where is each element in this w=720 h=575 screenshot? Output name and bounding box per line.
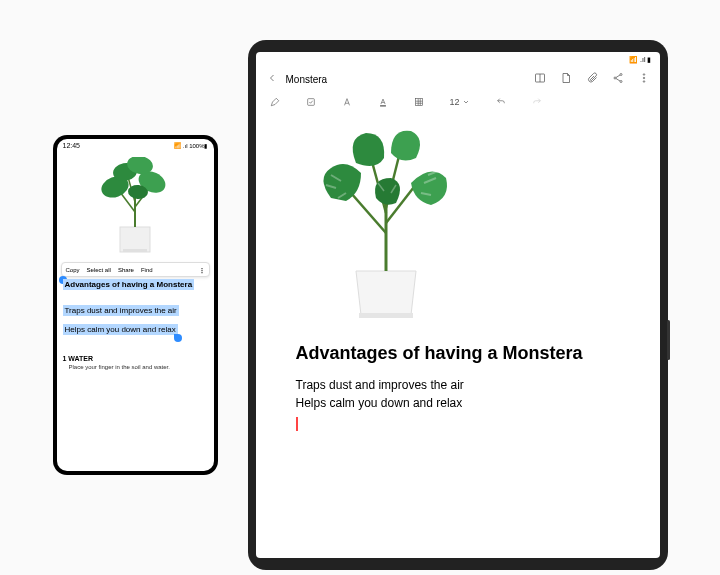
note-title[interactable]: Monstera [286,74,526,85]
share-icon [612,72,624,84]
more-vertical-icon [638,72,650,84]
selected-line1-text[interactable]: Traps dust and improves the air [63,305,179,316]
svg-rect-23 [415,99,422,106]
formatting-toolbar: 12 [256,91,660,113]
checklist-button[interactable] [306,97,316,107]
tablet-header: Monstera [256,68,660,91]
table-icon [414,97,424,107]
tablet-device: 📶 .ıl ▮ Monstera 12 [248,40,668,570]
note-body-line2[interactable]: Helps calm you down and relax [296,394,620,412]
pen-icon [270,97,280,107]
chevron-down-icon [462,98,470,106]
undo-button[interactable] [496,97,506,107]
share-tablet-button[interactable] [612,72,624,87]
svg-point-15 [620,81,622,83]
more-menu-button[interactable] [638,72,650,87]
selected-heading-text[interactable]: Advantages of having a Monstera [63,279,195,290]
select-all-button[interactable]: Select all [85,267,113,273]
phone-status-icons: 📶 .ıl 100%▮ [174,142,207,149]
text-cursor [296,417,298,431]
selected-line2-text[interactable]: Helps calm you down and relax [63,324,178,335]
font-style-button[interactable] [342,97,352,107]
note-body-line1[interactable]: Traps dust and improves the air [296,376,620,394]
copy-button[interactable]: Copy [64,267,82,273]
font-color-button[interactable] [378,97,388,107]
text-selection-context-menu: Copy Select all Share Find ⋮ [61,262,210,277]
tablet-screen: 📶 .ıl ▮ Monstera 12 [256,52,660,558]
note-heading[interactable]: Advantages of having a Monstera [296,343,620,364]
reader-mode-button[interactable] [534,72,546,87]
water-section-title: 1 WATER [63,355,208,362]
paperclip-icon [586,72,598,84]
water-section-text: Place your finger in the soil and water. [63,364,208,370]
find-button[interactable]: Find [139,267,155,273]
svg-line-17 [616,79,620,82]
pen-tool-button[interactable] [270,97,280,107]
selection-end-handle[interactable] [174,334,182,342]
tablet-power-button[interactable] [667,320,670,360]
svg-point-20 [643,81,645,83]
clip-button[interactable] [586,72,598,87]
phone-water-section: 1 WATER Place your finger in the soil an… [57,355,214,370]
text-color-icon [378,97,388,107]
tablet-plant-image[interactable] [296,123,476,323]
redo-icon [532,97,542,107]
svg-rect-1 [123,249,147,252]
phone-device: 12:45 📶 .ıl 100%▮ Copy Select all [53,135,218,475]
back-button[interactable] [266,72,278,87]
svg-rect-21 [307,99,314,106]
phone-screen: 12:45 📶 .ıl 100%▮ Copy Select all [57,139,214,471]
phone-status-bar: 12:45 📶 .ıl 100%▮ [57,139,214,152]
phone-plant-image [57,152,214,262]
svg-rect-0 [120,227,150,252]
share-button[interactable]: Share [116,267,136,273]
attach-button[interactable] [560,72,572,87]
svg-point-13 [620,74,622,76]
svg-point-19 [643,77,645,79]
font-size-value: 12 [450,97,460,107]
page-icon [560,72,572,84]
svg-point-18 [643,74,645,76]
tablet-status-bar: 📶 .ıl ▮ [256,52,660,68]
more-options-button[interactable]: ⋮ [197,266,207,273]
chevron-left-icon [266,72,278,84]
phone-text-content[interactable]: Advantages of having a Monstera Traps du… [57,279,214,337]
table-button[interactable] [414,97,424,107]
monstera-plant-icon [90,157,180,257]
font-icon [342,97,352,107]
tablet-status-icons: 📶 .ıl ▮ [629,56,651,64]
header-actions [534,72,650,87]
phone-time: 12:45 [63,142,81,149]
monstera-plant-icon [296,123,476,323]
note-content-area[interactable]: Advantages of having a Monstera Traps du… [256,113,660,558]
font-size-selector[interactable]: 12 [450,97,470,107]
svg-rect-28 [359,313,413,318]
undo-icon [496,97,506,107]
svg-line-16 [616,75,620,78]
checkbox-icon [306,97,316,107]
svg-point-14 [614,77,616,79]
book-icon [534,72,546,84]
redo-button[interactable] [532,97,542,107]
